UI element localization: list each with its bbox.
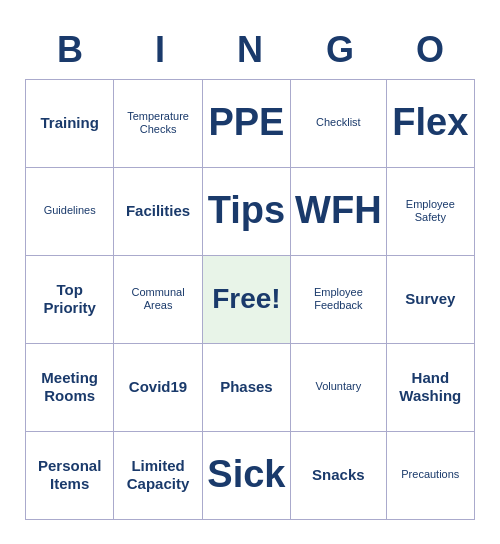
cell-label: Checklist	[316, 116, 361, 129]
header-letter: N	[205, 25, 295, 75]
cell-label: Temperature Checks	[118, 110, 197, 136]
cell-label: Employee Safety	[391, 198, 470, 224]
bingo-cell-14: Survey	[387, 256, 475, 344]
bingo-header: BINGO	[25, 25, 475, 75]
cell-label: PPE	[208, 100, 284, 146]
bingo-cell-7: Tips	[203, 168, 291, 256]
cell-label: Guidelines	[44, 204, 96, 217]
cell-label: Covid19	[129, 378, 187, 396]
bingo-cell-12: Free!	[203, 256, 291, 344]
cell-label: Employee Feedback	[295, 286, 382, 312]
cell-label: Meeting Rooms	[30, 369, 109, 405]
bingo-cell-10: Top Priority	[26, 256, 114, 344]
bingo-cell-17: Phases	[203, 344, 291, 432]
bingo-cell-3: Checklist	[291, 80, 387, 168]
cell-label: Flex	[392, 100, 468, 146]
bingo-cell-24: Precautions	[387, 432, 475, 520]
cell-label: WFH	[295, 188, 382, 234]
bingo-cell-6: Facilities	[114, 168, 202, 256]
bingo-cell-23: Snacks	[291, 432, 387, 520]
bingo-cell-20: Personal Items	[26, 432, 114, 520]
bingo-card: BINGO TrainingTemperature ChecksPPECheck…	[15, 15, 485, 530]
cell-label: Training	[41, 114, 99, 132]
bingo-cell-5: Guidelines	[26, 168, 114, 256]
cell-label: Snacks	[312, 466, 365, 484]
bingo-cell-15: Meeting Rooms	[26, 344, 114, 432]
bingo-cell-11: Communal Areas	[114, 256, 202, 344]
cell-label: Voluntary	[315, 380, 361, 393]
bingo-cell-8: WFH	[291, 168, 387, 256]
bingo-cell-18: Voluntary	[291, 344, 387, 432]
cell-label: Tips	[208, 188, 285, 234]
cell-label: Communal Areas	[118, 286, 197, 312]
bingo-cell-0: Training	[26, 80, 114, 168]
bingo-cell-22: Sick	[203, 432, 291, 520]
cell-label: Phases	[220, 378, 273, 396]
header-letter: O	[385, 25, 475, 75]
bingo-grid: TrainingTemperature ChecksPPEChecklistFl…	[25, 79, 475, 520]
header-letter: I	[115, 25, 205, 75]
cell-label: Precautions	[401, 468, 459, 481]
header-letter: G	[295, 25, 385, 75]
bingo-cell-16: Covid19	[114, 344, 202, 432]
cell-label: Top Priority	[30, 281, 109, 317]
bingo-cell-13: Employee Feedback	[291, 256, 387, 344]
bingo-cell-21: Limited Capacity	[114, 432, 202, 520]
bingo-cell-9: Employee Safety	[387, 168, 475, 256]
cell-label: Survey	[405, 290, 455, 308]
cell-label: Personal Items	[30, 457, 109, 493]
bingo-cell-2: PPE	[203, 80, 291, 168]
cell-label: Facilities	[126, 202, 190, 220]
cell-label: Free!	[212, 282, 280, 316]
bingo-cell-19: Hand Washing	[387, 344, 475, 432]
bingo-cell-4: Flex	[387, 80, 475, 168]
cell-label: Sick	[207, 452, 285, 498]
cell-label: Limited Capacity	[118, 457, 197, 493]
cell-label: Hand Washing	[391, 369, 470, 405]
header-letter: B	[25, 25, 115, 75]
bingo-cell-1: Temperature Checks	[114, 80, 202, 168]
